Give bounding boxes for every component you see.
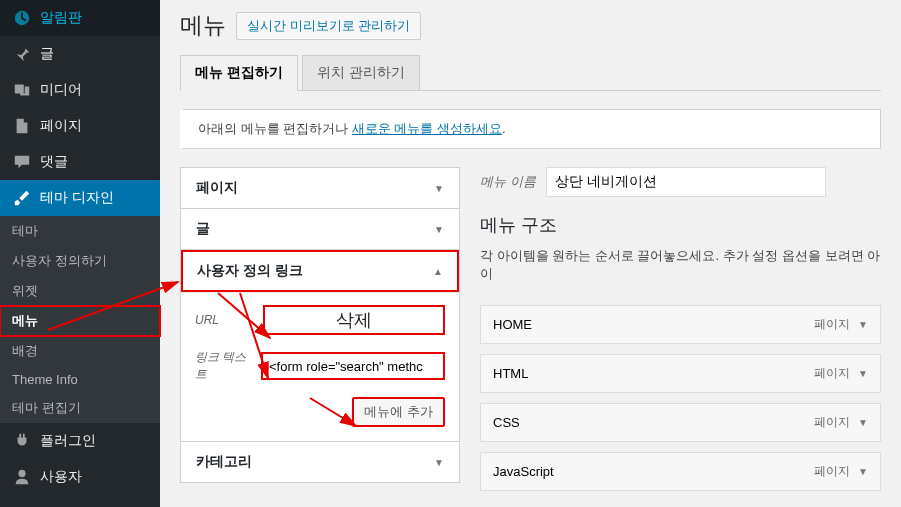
media-icon	[12, 80, 32, 100]
accordion-label: 페이지	[196, 179, 238, 197]
menu-item-label: JavaScript	[493, 464, 554, 479]
comment-icon	[12, 152, 32, 172]
accordion-header-categories[interactable]: 카테고리 ▼	[181, 442, 459, 482]
accordion-header-pages[interactable]: 페이지 ▼	[181, 168, 459, 208]
sidebar-sub-themes[interactable]: 테마	[0, 216, 160, 246]
plugin-icon	[12, 431, 32, 451]
add-to-menu-button[interactable]: 메뉴에 추가	[352, 397, 445, 427]
brush-icon	[12, 188, 32, 208]
sidebar-label: 댓글	[40, 153, 68, 171]
sidebar-sub-widgets[interactable]: 위젯	[0, 276, 160, 306]
menu-name-label: 메뉴 이름	[480, 173, 536, 191]
sidebar-sub-themeinfo[interactable]: Theme Info	[0, 366, 160, 393]
menu-name-input[interactable]	[546, 167, 826, 197]
url-label: URL	[195, 313, 255, 327]
accordion-label: 카테고리	[196, 453, 252, 471]
sidebar-sub-editor[interactable]: 테마 편집기	[0, 393, 160, 423]
chevron-down-icon: ▼	[858, 466, 868, 477]
tab-edit-menus[interactable]: 메뉴 편집하기	[180, 55, 298, 91]
sidebar-sub-customize[interactable]: 사용자 정의하기	[0, 246, 160, 276]
notice-text-after: .	[502, 121, 506, 136]
edit-notice: 아래의 메뉴를 편집하거나 새로운 메뉴를 생성하세요.	[180, 109, 881, 149]
accordion-pages: 페이지 ▼	[180, 167, 460, 209]
chevron-down-icon: ▼	[434, 457, 444, 468]
sidebar-label: 글	[40, 45, 54, 63]
notice-text: 아래의 메뉴를 편집하거나	[198, 121, 352, 136]
accordion-posts: 글 ▼	[180, 208, 460, 250]
sidebar-sub-menus[interactable]: 메뉴	[0, 306, 160, 336]
main-content: 메뉴 실시간 미리보기로 관리하기 메뉴 편집하기 위치 관리하기 아래의 메뉴…	[160, 0, 901, 507]
chevron-down-icon: ▼	[858, 368, 868, 379]
sidebar-label: 미디어	[40, 81, 82, 99]
nav-tabs: 메뉴 편집하기 위치 관리하기	[180, 55, 881, 91]
structure-title: 메뉴 구조	[480, 213, 881, 237]
accordion-categories: 카테고리 ▼	[180, 441, 460, 483]
sidebar-item-dashboard[interactable]: 알림판	[0, 0, 160, 36]
sidebar-sub-background[interactable]: 배경	[0, 336, 160, 366]
sidebar-item-media[interactable]: 미디어	[0, 72, 160, 108]
menu-item[interactable]: HTML 페이지▼	[480, 354, 881, 393]
menu-item-label: HTML	[493, 366, 528, 381]
chevron-down-icon: ▼	[434, 224, 444, 235]
menu-item-type: 페이지▼	[814, 463, 868, 480]
sidebar-item-pages[interactable]: 페이지	[0, 108, 160, 144]
menu-item-type: 페이지▼	[814, 316, 868, 333]
custom-links-panel: URL 삭제 링크 텍스트 메뉴에 추가	[181, 292, 459, 441]
sidebar-label: 페이지	[40, 117, 82, 135]
menu-item[interactable]: JavaScript 페이지▼	[480, 452, 881, 491]
accordion-header-custom-links[interactable]: 사용자 정의 링크 ▲	[181, 250, 459, 292]
menu-item-type: 페이지▼	[814, 414, 868, 431]
sidebar-item-plugins[interactable]: 플러그인	[0, 423, 160, 459]
accordion-header-posts[interactable]: 글 ▼	[181, 209, 459, 249]
menu-item-type: 페이지▼	[814, 365, 868, 382]
sidebar-submenu: 테마 사용자 정의하기 위젯 메뉴 배경 Theme Info 테마 편집기	[0, 216, 160, 423]
sidebar-item-posts[interactable]: 글	[0, 36, 160, 72]
page-icon	[12, 116, 32, 136]
sidebar-item-users[interactable]: 사용자	[0, 459, 160, 495]
menu-item-label: HOME	[493, 317, 532, 332]
chevron-down-icon: ▼	[858, 319, 868, 330]
user-icon	[12, 467, 32, 487]
menu-item[interactable]: HOME 페이지▼	[480, 305, 881, 344]
sidebar-item-appearance[interactable]: 테마 디자인	[0, 180, 160, 216]
sidebar-label: 알림판	[40, 9, 82, 27]
page-title: 메뉴	[180, 10, 226, 41]
sidebar-label: 테마 디자인	[40, 189, 114, 207]
accordion-custom-links: 사용자 정의 링크 ▲ URL 삭제 링크 텍스트 메뉴에 추가	[180, 249, 460, 442]
accordion-label: 글	[196, 220, 210, 238]
tab-manage-locations[interactable]: 위치 관리하기	[302, 55, 420, 90]
chevron-down-icon: ▼	[858, 417, 868, 428]
menu-structure-column: 메뉴 이름 메뉴 구조 각 아이템을 원하는 순서로 끌어놓으세요. 추가 설정…	[480, 167, 881, 501]
structure-desc: 각 아이템을 원하는 순서로 끌어놓으세요. 추가 설정 옵션을 보려면 아이	[480, 247, 881, 283]
live-preview-button[interactable]: 실시간 미리보기로 관리하기	[236, 12, 421, 40]
sidebar-item-comments[interactable]: 댓글	[0, 144, 160, 180]
add-items-column: 페이지 ▼ 글 ▼ 사용자 정의 링크 ▲ URL 삭제	[180, 167, 460, 501]
dashboard-icon	[12, 8, 32, 28]
sidebar-label: 플러그인	[40, 432, 96, 450]
chevron-up-icon: ▲	[433, 266, 443, 277]
menu-item-label: CSS	[493, 415, 520, 430]
create-menu-link[interactable]: 새로운 메뉴를 생성하세요	[352, 121, 502, 136]
custom-link-url-input[interactable]: 삭제	[263, 305, 445, 335]
custom-link-text-input[interactable]	[261, 352, 445, 380]
admin-sidebar: 알림판 글 미디어 페이지 댓글 테마 디자인 테마 사용자 정의하기 위젯 메…	[0, 0, 160, 507]
menu-item[interactable]: CSS 페이지▼	[480, 403, 881, 442]
accordion-label: 사용자 정의 링크	[197, 262, 303, 280]
sidebar-label: 사용자	[40, 468, 82, 486]
link-text-label: 링크 텍스트	[195, 349, 253, 383]
chevron-down-icon: ▼	[434, 183, 444, 194]
pin-icon	[12, 44, 32, 64]
